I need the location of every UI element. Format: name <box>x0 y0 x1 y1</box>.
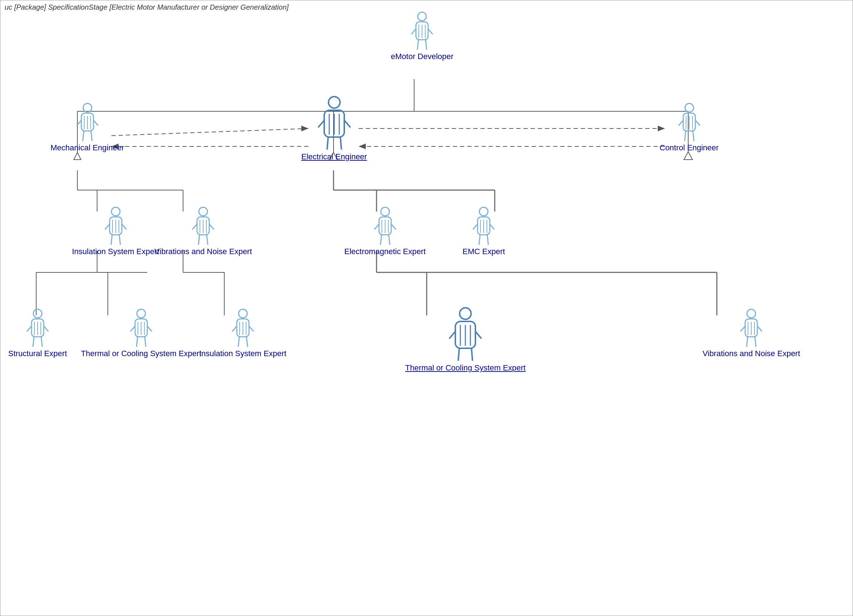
actor-label-emc: EMC Expert <box>463 247 505 256</box>
actor-label-therm2: Thermal or Cooling System Expert <box>405 363 525 372</box>
actor-figure-therm1 <box>129 308 154 348</box>
svg-line-39 <box>428 29 433 34</box>
svg-line-56 <box>318 120 324 127</box>
actor-insulation-expert-2: Insulation System Expert <box>199 308 286 358</box>
actor-structural-expert: Structural Expert <box>8 308 67 358</box>
diagram-title: uc [Package] SpecificationStage [Electri… <box>5 3 289 11</box>
svg-line-121 <box>137 337 138 347</box>
actor-figure-elec <box>316 95 352 151</box>
svg-line-102 <box>490 224 495 229</box>
actor-emotor-developer: eMotor Developer <box>391 11 454 61</box>
svg-line-120 <box>147 326 152 331</box>
svg-line-139 <box>458 348 459 361</box>
svg-line-76 <box>111 235 112 245</box>
actor-thermal-cooling-1: Thermal or Cooling System Expert <box>81 308 201 358</box>
svg-line-95 <box>389 235 390 245</box>
svg-line-110 <box>27 326 32 331</box>
actor-figure-ins2 <box>230 308 255 348</box>
svg-line-130 <box>238 337 239 347</box>
svg-line-49 <box>83 131 84 141</box>
svg-line-111 <box>44 326 49 331</box>
svg-line-149 <box>755 337 756 347</box>
actor-label-ins2: Insulation System Expert <box>199 349 286 358</box>
actor-electrical-engineer: Electrical Engineer <box>301 95 367 162</box>
svg-line-65 <box>678 120 683 126</box>
svg-point-81 <box>199 207 208 216</box>
svg-line-101 <box>473 224 478 229</box>
svg-line-66 <box>695 120 700 126</box>
actor-label-struct: Structural Expert <box>8 349 67 358</box>
svg-line-9 <box>111 129 308 136</box>
svg-line-147 <box>757 326 762 331</box>
svg-point-90 <box>381 207 389 216</box>
diagram-container: uc [Package] SpecificationStage [Electri… <box>0 0 853 616</box>
svg-line-131 <box>246 337 247 347</box>
svg-line-48 <box>94 120 98 126</box>
actor-vibrations-noise-2: Vibrations and Noise Expert <box>703 308 800 358</box>
actor-vibrations-noise-1: Vibrations and Noise Expert <box>155 206 252 256</box>
actor-label-mech: Mechanical Engineer <box>50 143 124 153</box>
svg-line-77 <box>119 235 120 245</box>
svg-point-99 <box>479 207 488 216</box>
actor-thermal-cooling-2: Thermal or Cooling System Expert <box>405 306 525 372</box>
svg-point-54 <box>328 97 340 108</box>
svg-point-36 <box>418 12 426 21</box>
svg-line-93 <box>391 224 396 229</box>
svg-point-117 <box>137 309 146 318</box>
svg-line-148 <box>747 337 748 347</box>
actor-figure-em <box>373 206 398 245</box>
svg-line-129 <box>249 326 253 331</box>
actor-label-vn1: Vibrations and Noise Expert <box>155 247 252 256</box>
actor-label-ins1: Insulation System Expert <box>72 247 159 256</box>
actor-figure-vn2 <box>739 308 764 348</box>
svg-point-63 <box>685 103 694 112</box>
actor-electromagnetic-expert: Electromagnetic Expert <box>344 206 426 256</box>
actor-label-em: Electromagnetic Expert <box>344 247 426 256</box>
actor-emc-expert: EMC Expert <box>463 206 505 256</box>
svg-line-86 <box>207 235 208 245</box>
actor-control-engineer: Control Engineer <box>660 102 719 153</box>
actor-figure-ctrl <box>677 102 702 142</box>
svg-line-57 <box>344 120 351 127</box>
actor-insulation-expert-1: Insulation System Expert <box>72 206 159 256</box>
svg-line-47 <box>77 120 81 126</box>
svg-marker-4 <box>74 153 81 160</box>
svg-point-45 <box>83 103 92 112</box>
actor-figure-therm2 <box>448 306 483 362</box>
actor-label-therm1: Thermal or Cooling System Expert <box>81 349 201 358</box>
svg-line-83 <box>193 224 197 229</box>
svg-line-67 <box>685 131 686 141</box>
svg-point-126 <box>238 309 247 318</box>
svg-line-119 <box>131 326 135 331</box>
actor-figure-emotor <box>410 11 434 50</box>
svg-line-41 <box>426 40 426 50</box>
svg-point-135 <box>460 308 471 319</box>
svg-line-137 <box>449 331 455 339</box>
svg-line-103 <box>479 235 480 245</box>
svg-line-112 <box>33 337 34 347</box>
svg-marker-8 <box>684 152 692 160</box>
svg-line-84 <box>209 224 214 229</box>
actor-figure-emc <box>471 206 496 245</box>
svg-line-92 <box>374 224 379 229</box>
svg-point-144 <box>747 309 756 318</box>
actor-label-emotor: eMotor Developer <box>391 52 454 61</box>
actor-mechanical-engineer: Mechanical Engineer <box>50 102 124 153</box>
svg-line-140 <box>472 348 472 361</box>
svg-line-85 <box>199 235 200 245</box>
svg-line-68 <box>693 131 694 141</box>
svg-line-40 <box>417 40 419 50</box>
svg-line-122 <box>145 337 146 347</box>
actor-figure-vn1 <box>191 206 216 245</box>
svg-line-128 <box>232 326 237 331</box>
svg-line-74 <box>105 224 109 229</box>
actor-figure-mech <box>75 102 100 142</box>
svg-line-38 <box>411 29 416 34</box>
svg-line-59 <box>340 137 342 150</box>
svg-line-104 <box>487 235 488 245</box>
svg-line-138 <box>475 331 481 339</box>
svg-line-94 <box>381 235 381 245</box>
svg-line-50 <box>91 131 92 141</box>
svg-point-72 <box>111 207 120 216</box>
svg-point-108 <box>33 309 42 318</box>
